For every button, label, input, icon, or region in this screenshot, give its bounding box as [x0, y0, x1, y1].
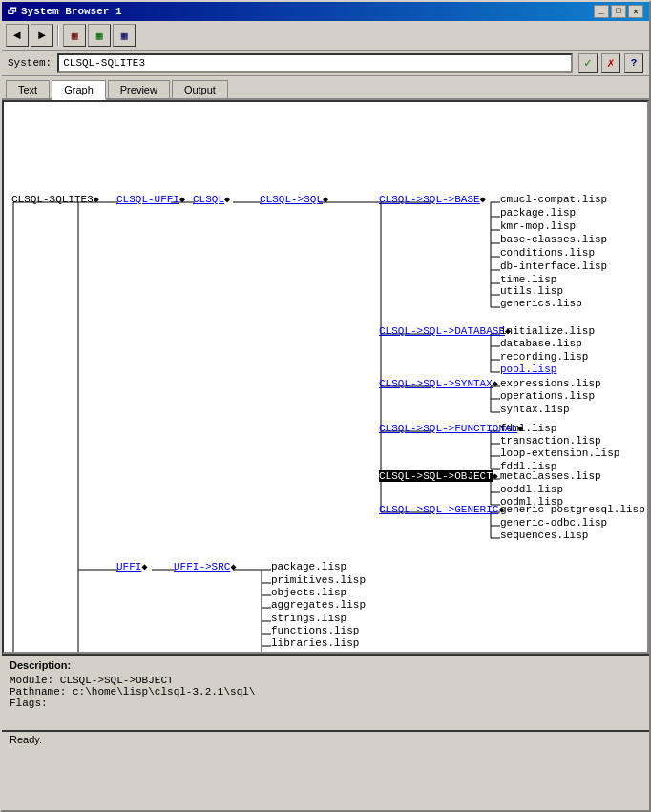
uffi-file-1[interactable]: package.lisp	[271, 561, 346, 573]
clsql-diamond: ◆	[224, 194, 230, 205]
title-bar-buttons: _ □ ✕	[594, 5, 643, 18]
syntax-label[interactable]: CLSQL->SQL->SYNTAX	[379, 378, 493, 389]
node-uffi-src: UFFI->SRC ◆	[174, 561, 236, 573]
title-bar-left: 🗗 System Browser 1	[8, 6, 122, 17]
object-label[interactable]: CLSQL->SQL->OBJECT	[379, 470, 493, 482]
node-object: CLSQL->SQL->OBJECT ◆	[379, 470, 498, 482]
tabs: Text Graph Preview Output	[2, 76, 649, 100]
toolbar-separator-1	[57, 25, 59, 46]
base-file-2[interactable]: package.lisp	[500, 207, 576, 219]
uffi-file-3[interactable]: objects.lisp	[271, 587, 346, 598]
db-file-3[interactable]: recording.lisp	[500, 351, 588, 363]
uffi-src-diamond: ◆	[230, 561, 236, 573]
tab-text[interactable]: Text	[6, 80, 50, 98]
description-area: Description: Module: CLSQL->SQL->OBJECT …	[2, 654, 649, 730]
syn-file-1[interactable]: expressions.lisp	[500, 378, 601, 389]
base-file-6[interactable]: db-interface.lisp	[500, 260, 607, 272]
base-file-5[interactable]: conditions.lisp	[500, 247, 595, 259]
forward-button[interactable]: ►	[31, 24, 53, 47]
node-clsql-sql: CLSQL->SQL ◆	[260, 194, 328, 205]
node-generic: CLSQL->SQL->GENERIC ◆	[379, 504, 504, 515]
root-label[interactable]: CLSQL-SQLITE3	[11, 194, 94, 205]
node-clsql-uffi: CLSQL-UFFI ◆	[116, 194, 185, 205]
confirm-button[interactable]: ✓	[578, 53, 598, 73]
db-file-2[interactable]: database.lisp	[500, 338, 582, 349]
obj-file-2[interactable]: ooddl.lisp	[500, 484, 563, 495]
desc-module: Module: CLSQL->SQL->OBJECT	[10, 675, 641, 686]
tab-graph[interactable]: Graph	[52, 80, 106, 100]
uffi-file-7[interactable]: libraries.lisp	[271, 637, 359, 649]
back-icon: ◄	[13, 29, 21, 43]
func-file-2[interactable]: transaction.lisp	[500, 435, 601, 447]
system-label: System:	[8, 57, 52, 69]
clsql-uffi-diamond: ◆	[179, 194, 185, 205]
clsql-uffi-label[interactable]: CLSQL-UFFI	[116, 194, 179, 205]
gen-file-2[interactable]: generic-odbc.lisp	[500, 517, 607, 529]
uffi-label[interactable]: UFFI	[116, 561, 141, 573]
status-bar: Ready.	[2, 730, 649, 747]
func-file-1[interactable]: fdml.lisp	[500, 423, 556, 434]
desc-pathname: Pathname: c:\home\lisp\clsql-3.2.1\sql\	[10, 686, 641, 697]
graph-view[interactable]: CLSQL-SQLITE3 ◆ CLSQL-UFFI ◆ CLSQL ◆ CLS…	[2, 100, 649, 654]
status-text: Ready.	[10, 734, 42, 745]
base-file-1[interactable]: cmucl-compat.lisp	[500, 194, 607, 205]
functional-label[interactable]: CLSQL->SQL->FUNCTIONAL	[379, 423, 517, 434]
desc-flags: Flags:	[10, 697, 641, 709]
base-file-8[interactable]: utils.lisp	[500, 285, 563, 297]
system-bar: System: ✓ ✗ ?	[2, 51, 649, 76]
cancel-button[interactable]: ✗	[601, 53, 620, 73]
node-syntax: CLSQL->SQL->SYNTAX ◆	[379, 378, 498, 389]
root-diamond: ◆	[94, 194, 99, 205]
node-root: CLSQL-SQLITE3 ◆	[11, 194, 99, 205]
syn-file-3[interactable]: syntax.lisp	[500, 404, 570, 415]
uffi-src-label[interactable]: UFFI->SRC	[174, 561, 230, 573]
uffi-file-4[interactable]: aggregates.lisp	[271, 599, 366, 611]
uffi-file-2[interactable]: primitives.lisp	[271, 574, 366, 586]
func-file-3[interactable]: loop-extension.lisp	[500, 448, 620, 459]
back-button[interactable]: ◄	[6, 24, 29, 47]
toolbar: ◄ ► ▦ ▦ ▦	[2, 21, 649, 51]
syn-file-2[interactable]: operations.lisp	[500, 390, 595, 402]
minimize-button[interactable]: _	[594, 5, 609, 18]
gen-file-1[interactable]: generic-postgresql.lisp	[500, 504, 645, 515]
base-label[interactable]: CLSQL->SQL->BASE	[379, 194, 480, 205]
base-diamond: ◆	[480, 194, 486, 205]
db-file-4[interactable]: pool.lisp	[500, 364, 556, 375]
gen-file-3[interactable]: sequences.lisp	[500, 530, 588, 541]
clsql-label[interactable]: CLSQL	[193, 194, 224, 205]
uffi-file-5[interactable]: strings.lisp	[271, 613, 346, 624]
system-actions: ✓ ✗ ?	[578, 53, 643, 73]
close-button[interactable]: ✕	[628, 5, 643, 18]
action-button-3[interactable]: ▦	[113, 24, 136, 47]
obj-file-1[interactable]: metaclasses.lisp	[500, 470, 601, 482]
database-label[interactable]: CLSQL->SQL->DATABASE	[379, 325, 505, 337]
tab-output[interactable]: Output	[172, 80, 228, 98]
object-diamond: ◆	[493, 470, 498, 482]
uffi-file-6[interactable]: functions.lisp	[271, 625, 359, 636]
uffi-diamond: ◆	[141, 561, 147, 573]
description-title: Description:	[10, 659, 641, 671]
forward-icon: ►	[38, 29, 46, 43]
maximize-button[interactable]: □	[611, 5, 626, 18]
base-file-4[interactable]: base-classes.lisp	[500, 234, 607, 245]
tab-preview[interactable]: Preview	[108, 80, 170, 98]
action-button-2[interactable]: ▦	[88, 24, 111, 47]
base-file-7[interactable]: time.lisp	[500, 274, 556, 285]
clsql-sql-diamond: ◆	[323, 194, 328, 205]
clsql-sql-label[interactable]: CLSQL->SQL	[260, 194, 323, 205]
base-file-3[interactable]: kmr-mop.lisp	[500, 220, 576, 232]
description-content: Module: CLSQL->SQL->OBJECT Pathname: c:\…	[10, 675, 641, 709]
system-input[interactable]	[57, 53, 573, 73]
title-bar: 🗗 System Browser 1 _ □ ✕	[2, 2, 649, 21]
db-file-1[interactable]: initialize.lisp	[500, 325, 595, 337]
window-title: System Browser 1	[21, 6, 122, 17]
node-database: CLSQL->SQL->DATABASE ◆	[379, 325, 511, 337]
node-clsql: CLSQL ◆	[193, 194, 230, 205]
main-window: 🗗 System Browser 1 _ □ ✕ ◄ ► ▦ ▦ ▦ Syste…	[0, 0, 651, 812]
node-base: CLSQL->SQL->BASE ◆	[379, 194, 486, 205]
action-button-1[interactable]: ▦	[63, 24, 86, 47]
base-file-9[interactable]: generics.lisp	[500, 298, 582, 309]
help-button[interactable]: ?	[624, 53, 643, 73]
window-icon: 🗗	[8, 6, 17, 17]
generic-label[interactable]: CLSQL->SQL->GENERIC	[379, 504, 498, 515]
